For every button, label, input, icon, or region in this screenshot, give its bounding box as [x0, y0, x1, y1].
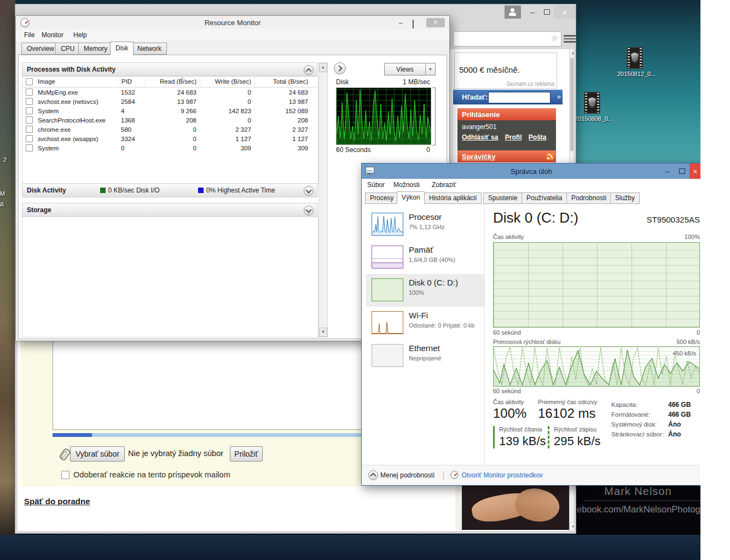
tab-sluzby[interactable]: Služby [610, 192, 640, 204]
sidebar-item-ethernet[interactable]: Ethernet Nepripojené [366, 340, 484, 372]
sidebar-item-disk[interactable]: Disk 0 (C: D:) 100% [366, 274, 484, 307]
mail-link[interactable]: Pošta [529, 133, 547, 141]
tab-spustenie[interactable]: Spustenie [483, 192, 522, 204]
tab-historia[interactable]: História aplikácií [424, 192, 482, 204]
bookmark-star-icon[interactable]: ☆ [551, 33, 558, 43]
hand-illustration [511, 485, 564, 528]
chevron-right-icon [336, 65, 342, 71]
scroll-up-icon[interactable]: ▲ [570, 49, 573, 57]
row-checkbox[interactable] [26, 116, 33, 124]
open-resource-monitor-link[interactable]: Otvoriť Monitor prostriedkov [462, 471, 543, 479]
browser-menu-button[interactable] [564, 33, 576, 45]
desktop-icon-video-1[interactable]: 20150812_0... [617, 47, 652, 77]
expand-button[interactable] [304, 186, 314, 196]
menu-moznosti[interactable]: Možnosti [393, 181, 420, 189]
subscribe-checkbox[interactable] [61, 471, 69, 479]
dropdown-arrow-icon: ▼ [425, 63, 435, 75]
tab-vykon[interactable]: Výkon [397, 191, 425, 204]
processes-section-header[interactable]: Processes with Disk Activity [22, 62, 317, 77]
tab-cpu[interactable]: CPU [55, 43, 80, 55]
tab-network[interactable]: Network [132, 43, 167, 55]
menu-help[interactable]: Help [73, 31, 87, 39]
row-checkbox[interactable] [26, 98, 33, 105]
news-title-link[interactable]: Správičky [462, 153, 495, 161]
less-details-label[interactable]: Menej podrobností [380, 471, 434, 479]
ad-banner[interactable]: 5000 € měsíčně. Seznam.cz reklama [454, 52, 557, 89]
desktop-icon-video-2[interactable]: 20150808_0... [575, 92, 610, 122]
views-dropdown[interactable]: Views▼ [384, 63, 436, 75]
logged-in-user: avanger501 [462, 123, 552, 131]
activity-label: Čas aktivity [493, 234, 524, 240]
collapse-button[interactable] [304, 65, 314, 75]
browser-maximize-button[interactable] [540, 5, 554, 19]
graph-title: Disk [336, 78, 349, 86]
row-checkbox[interactable] [26, 107, 33, 114]
video-file-icon [584, 92, 600, 114]
profile-link[interactable]: Profil [505, 133, 522, 141]
screenshot-margin [700, 0, 730, 560]
row-checkbox[interactable] [26, 126, 33, 133]
close-button[interactable]: × [690, 164, 700, 179]
row-checkbox[interactable] [26, 144, 33, 151]
minimize-button[interactable]: – [660, 164, 675, 179]
row-checkbox[interactable] [26, 135, 33, 142]
back-to-forum-link[interactable]: Späť do poradne [24, 497, 90, 506]
desktop: 2 M д 20150812_0... 20150808_0... Mark N… [0, 0, 700, 560]
tab-podrobnosti[interactable]: Podrobnosti [566, 192, 611, 204]
close-button[interactable]: × [426, 18, 445, 27]
rss-icon[interactable] [546, 153, 554, 160]
active-time-legend: 0% Highest Active Time [206, 186, 275, 194]
tab-procesy[interactable]: Procesy [365, 192, 398, 204]
processes-scrollbar[interactable]: ▲ ▼ [318, 62, 328, 337]
task-manager-titlebar[interactable]: Správca úloh – × [362, 164, 700, 179]
menu-subor[interactable]: Súbor [367, 181, 385, 189]
tab-overview[interactable]: Overview [21, 43, 60, 55]
storage-section-header[interactable]: Storage [22, 203, 317, 217]
col-read[interactable]: Read (B/sec) [145, 76, 200, 87]
sidebar-item-cpu[interactable]: Procesor 7% 1,13 GHz [366, 208, 484, 241]
disk-mini-chart [372, 278, 403, 301]
x-axis-end: 0 [697, 388, 700, 394]
taskbar: e ▲ × 12:20 12.8.2015 [0, 535, 700, 560]
panel-collapse-button[interactable] [334, 62, 346, 74]
browser-address-bar[interactable]: ☆ [453, 31, 561, 46]
person-icon [508, 8, 517, 16]
maximize-icon [544, 9, 550, 15]
logout-link[interactable]: Odhlásiť sa [462, 133, 498, 141]
tab-disk[interactable]: Disk [110, 42, 134, 55]
less-details-button[interactable] [368, 470, 378, 480]
tab-memory[interactable]: Memory [78, 43, 113, 55]
maximize-button[interactable] [413, 20, 414, 28]
sidebar-item-wifi[interactable]: Wi-Fi Odoslané: 0 Prijaté: 0 kb [366, 307, 484, 340]
scroll-down-icon[interactable]: ▼ [319, 328, 327, 337]
select-all-checkbox[interactable] [26, 78, 33, 85]
disk-graph-header: Disk 1 MB/sec [336, 78, 430, 86]
menu-file[interactable]: File [24, 31, 34, 39]
sidebar-item-memory[interactable]: Pamäť 1,6/4,0 GB (40%) [366, 241, 484, 274]
menu-zobrazit[interactable]: Zobraziť [432, 181, 456, 189]
choose-file-button[interactable]: Vybrať súbor [70, 446, 125, 462]
browser-close-button[interactable]: × [554, 5, 576, 19]
chevron-up-icon [305, 68, 311, 74]
search-submit-button[interactable]: » [557, 92, 561, 101]
disk-activity-section-header[interactable]: Disk Activity 0 KB/sec Disk I/O 0% Highe… [22, 183, 317, 197]
col-pid[interactable]: PID [120, 76, 145, 87]
tab-pouzivatelia[interactable]: Používatelia [522, 192, 567, 204]
scroll-down-icon[interactable]: ▼ [570, 522, 573, 531]
row-checkbox[interactable] [26, 89, 33, 96]
col-image[interactable]: Image [37, 78, 120, 85]
minimize-button[interactable]: – [399, 20, 403, 26]
scroll-up-icon[interactable]: ▲ [319, 63, 327, 72]
browser-minimize-button[interactable]: – [525, 5, 540, 19]
expand-button[interactable] [304, 206, 314, 215]
page-image-hands [455, 485, 571, 530]
menu-monitor[interactable]: Monitor [42, 31, 63, 39]
scrollbar-thumb[interactable] [570, 58, 573, 151]
maximize-button[interactable] [675, 164, 690, 179]
search-input[interactable] [488, 92, 551, 103]
resource-monitor-titlebar[interactable]: Resource Monitor – × [16, 16, 449, 29]
attach-button[interactable]: Priložiť [230, 446, 263, 462]
browser-profile-button[interactable] [505, 5, 521, 19]
col-total[interactable]: Total (B/sec) [254, 76, 311, 87]
col-write[interactable]: Write (B/sec) [200, 76, 254, 87]
